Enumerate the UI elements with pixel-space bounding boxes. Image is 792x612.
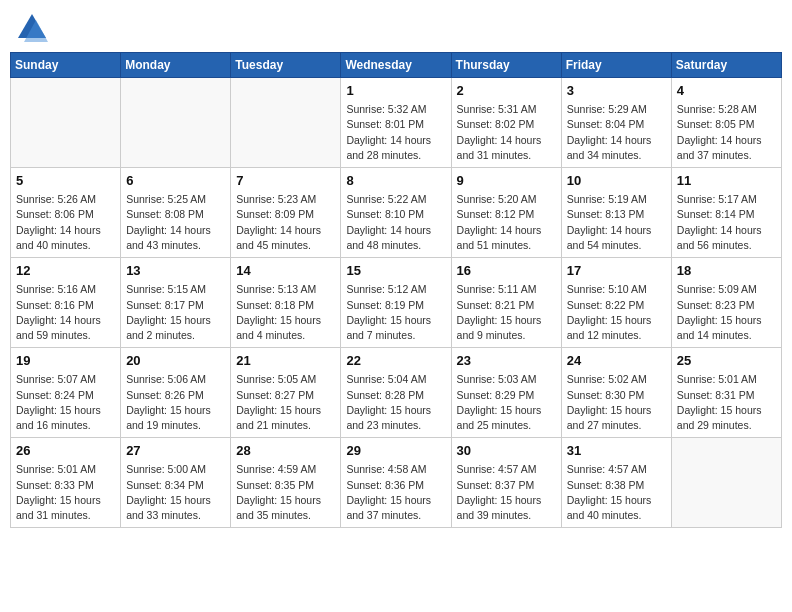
day-number: 1 [346,82,445,100]
calendar-day-cell: 27Sunrise: 5:00 AM Sunset: 8:34 PM Dayli… [121,438,231,528]
day-number: 23 [457,352,556,370]
day-of-week-header: Tuesday [231,53,341,78]
calendar-week-row: 19Sunrise: 5:07 AM Sunset: 8:24 PM Dayli… [11,348,782,438]
calendar-day-cell: 29Sunrise: 4:58 AM Sunset: 8:36 PM Dayli… [341,438,451,528]
day-info: Sunrise: 5:10 AM Sunset: 8:22 PM Dayligh… [567,282,666,343]
day-info: Sunrise: 5:04 AM Sunset: 8:28 PM Dayligh… [346,372,445,433]
day-number: 4 [677,82,776,100]
calendar-day-cell: 14Sunrise: 5:13 AM Sunset: 8:18 PM Dayli… [231,258,341,348]
day-info: Sunrise: 5:16 AM Sunset: 8:16 PM Dayligh… [16,282,115,343]
calendar-day-cell: 9Sunrise: 5:20 AM Sunset: 8:12 PM Daylig… [451,168,561,258]
calendar-day-cell: 31Sunrise: 4:57 AM Sunset: 8:38 PM Dayli… [561,438,671,528]
day-of-week-header: Wednesday [341,53,451,78]
day-info: Sunrise: 5:25 AM Sunset: 8:08 PM Dayligh… [126,192,225,253]
page-header [10,10,782,46]
calendar-day-cell: 17Sunrise: 5:10 AM Sunset: 8:22 PM Dayli… [561,258,671,348]
calendar-day-cell: 30Sunrise: 4:57 AM Sunset: 8:37 PM Dayli… [451,438,561,528]
day-info: Sunrise: 5:23 AM Sunset: 8:09 PM Dayligh… [236,192,335,253]
calendar-day-cell: 25Sunrise: 5:01 AM Sunset: 8:31 PM Dayli… [671,348,781,438]
calendar-empty-cell [121,78,231,168]
day-info: Sunrise: 5:00 AM Sunset: 8:34 PM Dayligh… [126,462,225,523]
calendar-week-row: 26Sunrise: 5:01 AM Sunset: 8:33 PM Dayli… [11,438,782,528]
calendar-day-cell: 3Sunrise: 5:29 AM Sunset: 8:04 PM Daylig… [561,78,671,168]
day-info: Sunrise: 5:17 AM Sunset: 8:14 PM Dayligh… [677,192,776,253]
calendar-day-cell: 26Sunrise: 5:01 AM Sunset: 8:33 PM Dayli… [11,438,121,528]
day-of-week-header: Friday [561,53,671,78]
calendar-day-cell: 2Sunrise: 5:31 AM Sunset: 8:02 PM Daylig… [451,78,561,168]
calendar-day-cell: 16Sunrise: 5:11 AM Sunset: 8:21 PM Dayli… [451,258,561,348]
day-number: 14 [236,262,335,280]
calendar-day-cell: 19Sunrise: 5:07 AM Sunset: 8:24 PM Dayli… [11,348,121,438]
calendar-day-cell: 28Sunrise: 4:59 AM Sunset: 8:35 PM Dayli… [231,438,341,528]
day-number: 21 [236,352,335,370]
day-info: Sunrise: 5:26 AM Sunset: 8:06 PM Dayligh… [16,192,115,253]
day-number: 18 [677,262,776,280]
day-number: 24 [567,352,666,370]
day-number: 26 [16,442,115,460]
day-number: 22 [346,352,445,370]
day-number: 11 [677,172,776,190]
day-of-week-header: Monday [121,53,231,78]
day-info: Sunrise: 5:13 AM Sunset: 8:18 PM Dayligh… [236,282,335,343]
day-number: 30 [457,442,556,460]
calendar-week-row: 5Sunrise: 5:26 AM Sunset: 8:06 PM Daylig… [11,168,782,258]
day-info: Sunrise: 5:09 AM Sunset: 8:23 PM Dayligh… [677,282,776,343]
day-info: Sunrise: 5:12 AM Sunset: 8:19 PM Dayligh… [346,282,445,343]
calendar-day-cell: 23Sunrise: 5:03 AM Sunset: 8:29 PM Dayli… [451,348,561,438]
calendar-day-cell: 8Sunrise: 5:22 AM Sunset: 8:10 PM Daylig… [341,168,451,258]
day-info: Sunrise: 5:01 AM Sunset: 8:31 PM Dayligh… [677,372,776,433]
day-info: Sunrise: 4:57 AM Sunset: 8:38 PM Dayligh… [567,462,666,523]
calendar-day-cell: 22Sunrise: 5:04 AM Sunset: 8:28 PM Dayli… [341,348,451,438]
calendar-day-cell: 10Sunrise: 5:19 AM Sunset: 8:13 PM Dayli… [561,168,671,258]
day-number: 27 [126,442,225,460]
day-number: 7 [236,172,335,190]
logo-icon [14,10,50,46]
day-info: Sunrise: 5:11 AM Sunset: 8:21 PM Dayligh… [457,282,556,343]
day-info: Sunrise: 5:02 AM Sunset: 8:30 PM Dayligh… [567,372,666,433]
calendar-day-cell: 20Sunrise: 5:06 AM Sunset: 8:26 PM Dayli… [121,348,231,438]
day-info: Sunrise: 4:58 AM Sunset: 8:36 PM Dayligh… [346,462,445,523]
calendar-day-cell: 1Sunrise: 5:32 AM Sunset: 8:01 PM Daylig… [341,78,451,168]
day-info: Sunrise: 5:28 AM Sunset: 8:05 PM Dayligh… [677,102,776,163]
calendar-day-cell: 18Sunrise: 5:09 AM Sunset: 8:23 PM Dayli… [671,258,781,348]
day-info: Sunrise: 5:07 AM Sunset: 8:24 PM Dayligh… [16,372,115,433]
day-of-week-header: Sunday [11,53,121,78]
logo [14,10,54,46]
day-number: 3 [567,82,666,100]
calendar-week-row: 1Sunrise: 5:32 AM Sunset: 8:01 PM Daylig… [11,78,782,168]
day-number: 17 [567,262,666,280]
day-number: 2 [457,82,556,100]
day-info: Sunrise: 5:31 AM Sunset: 8:02 PM Dayligh… [457,102,556,163]
day-number: 5 [16,172,115,190]
day-info: Sunrise: 5:19 AM Sunset: 8:13 PM Dayligh… [567,192,666,253]
calendar-day-cell: 24Sunrise: 5:02 AM Sunset: 8:30 PM Dayli… [561,348,671,438]
day-info: Sunrise: 5:15 AM Sunset: 8:17 PM Dayligh… [126,282,225,343]
day-info: Sunrise: 4:57 AM Sunset: 8:37 PM Dayligh… [457,462,556,523]
calendar-day-cell: 11Sunrise: 5:17 AM Sunset: 8:14 PM Dayli… [671,168,781,258]
day-number: 15 [346,262,445,280]
day-info: Sunrise: 5:05 AM Sunset: 8:27 PM Dayligh… [236,372,335,433]
calendar-day-cell: 21Sunrise: 5:05 AM Sunset: 8:27 PM Dayli… [231,348,341,438]
day-info: Sunrise: 5:01 AM Sunset: 8:33 PM Dayligh… [16,462,115,523]
calendar-empty-cell [11,78,121,168]
calendar-empty-cell [671,438,781,528]
day-number: 12 [16,262,115,280]
day-number: 13 [126,262,225,280]
calendar-day-cell: 13Sunrise: 5:15 AM Sunset: 8:17 PM Dayli… [121,258,231,348]
calendar-day-cell: 6Sunrise: 5:25 AM Sunset: 8:08 PM Daylig… [121,168,231,258]
day-number: 29 [346,442,445,460]
day-number: 9 [457,172,556,190]
calendar-day-cell: 15Sunrise: 5:12 AM Sunset: 8:19 PM Dayli… [341,258,451,348]
day-of-week-header: Thursday [451,53,561,78]
day-info: Sunrise: 4:59 AM Sunset: 8:35 PM Dayligh… [236,462,335,523]
day-number: 20 [126,352,225,370]
calendar-day-cell: 5Sunrise: 5:26 AM Sunset: 8:06 PM Daylig… [11,168,121,258]
day-number: 25 [677,352,776,370]
calendar-day-cell: 7Sunrise: 5:23 AM Sunset: 8:09 PM Daylig… [231,168,341,258]
day-number: 10 [567,172,666,190]
calendar-table: SundayMondayTuesdayWednesdayThursdayFrid… [10,52,782,528]
day-info: Sunrise: 5:06 AM Sunset: 8:26 PM Dayligh… [126,372,225,433]
day-number: 8 [346,172,445,190]
day-number: 31 [567,442,666,460]
day-info: Sunrise: 5:29 AM Sunset: 8:04 PM Dayligh… [567,102,666,163]
